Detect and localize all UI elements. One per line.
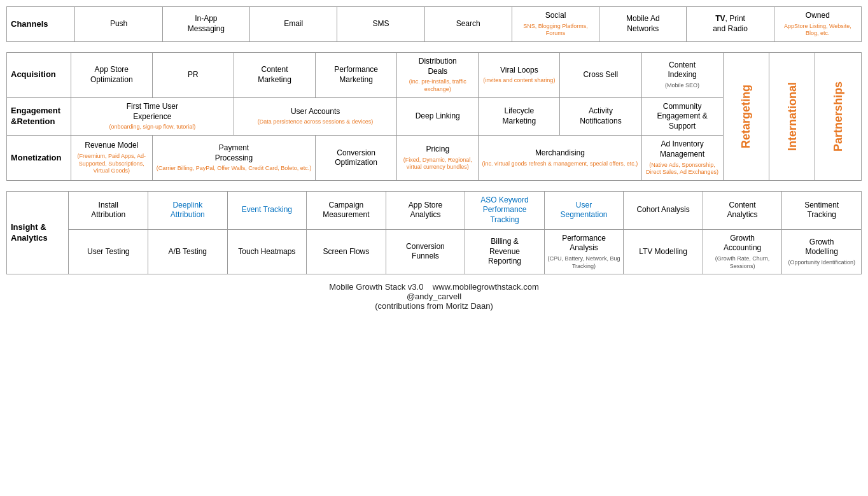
ins-install: InstallAttribution xyxy=(69,191,148,229)
ins-touchheat: Touch Heatmaps xyxy=(227,229,307,274)
mon-adinventory: Ad InventoryManagement(Native Ads, Spons… xyxy=(641,136,723,181)
eng-accounts: User Accounts(Data persistence across se… xyxy=(234,97,396,136)
ins-growth-model: GrowthModelling(Opportunity Identificati… xyxy=(782,229,862,274)
eng-ftue: First Time UserExperience(onboarding, si… xyxy=(71,97,234,136)
acq-appstore: App StoreOptimization xyxy=(71,52,152,97)
footer-title: Mobile Growth Stack v3.0 xyxy=(329,282,423,292)
ins-aso: ASO KeywordPerformanceTracking xyxy=(465,191,545,229)
acq-distribution: DistributionDeals(inc. pre-installs, tra… xyxy=(397,52,479,97)
ins-appstore: App StoreAnalytics xyxy=(386,191,465,229)
mon-merchandising: Merchandising(inc. virtual goods refresh… xyxy=(479,136,641,181)
mon-revenue: Revenue Model(Freemium, Paid Apps, Ad-Su… xyxy=(71,136,152,181)
main-container: Channels Push In-AppMessaging Email SMS … xyxy=(6,6,862,313)
footer-contributions: (contributions from Moritz Daan) xyxy=(375,301,493,311)
footer-twitter: @andy_carvell xyxy=(407,292,461,301)
acq-content: ContentMarketing xyxy=(234,52,315,97)
channels-label: Channels xyxy=(7,7,75,42)
ins-deeplink: DeeplinkAttribution xyxy=(148,191,228,229)
insight-label: Insight &Analytics xyxy=(7,191,69,274)
ins-cohort: Cohort Analysis xyxy=(624,191,703,229)
acq-crosssell: Cross Sell xyxy=(560,52,641,97)
acquisition-label: Acquisition xyxy=(7,52,71,97)
ins-campaign: CampaignMeasurement xyxy=(307,191,386,229)
eng-community: CommunityEngagement &Support xyxy=(641,97,723,136)
footer: Mobile Growth Stack v3.0 www.mobilegrowt… xyxy=(6,274,862,313)
ins-abtesting: A/B Testing xyxy=(148,229,228,274)
ins-userseg: UserSegmentation xyxy=(544,191,624,229)
eng-lifecycle: LifecycleMarketing xyxy=(479,97,560,136)
vertical-retargeting: Retargeting xyxy=(723,52,769,180)
monetization-label: Monetization xyxy=(7,136,71,181)
insight-table: Insight &Analytics InstallAttribution De… xyxy=(6,191,862,274)
channel-inapp: In-AppMessaging xyxy=(162,7,249,42)
channel-push: Push xyxy=(75,7,162,42)
ins-ltv: LTV Modelling xyxy=(624,229,703,274)
ins-content: ContentAnalytics xyxy=(703,191,782,229)
channel-mobilead: Mobile AdNetworks xyxy=(599,7,687,42)
vertical-partnerships: Partnerships xyxy=(815,52,862,180)
middle-table: Acquisition App StoreOptimization PR Con… xyxy=(6,52,862,181)
channel-tv: TV, Printand Radio xyxy=(687,7,774,42)
ins-event: Event Tracking xyxy=(227,191,307,229)
ins-usertesting: User Testing xyxy=(69,229,148,274)
mon-conversion: ConversionOptimization xyxy=(316,136,397,181)
mon-payment: PaymentProcessing(Carrier Billing, PayPa… xyxy=(152,136,315,181)
engagement-label: Engagement&Retention xyxy=(7,97,71,136)
channel-sms: SMS xyxy=(337,7,424,42)
eng-activity: ActivityNotifications xyxy=(560,97,641,136)
channel-social: SocialSNS, Blogging Platforms, Forums xyxy=(512,7,599,42)
acq-pr: PR xyxy=(152,52,234,97)
acq-content-indexing: ContentIndexing(Mobile SEO) xyxy=(641,52,723,97)
channel-search: Search xyxy=(424,7,512,42)
channel-email: Email xyxy=(250,7,337,42)
acq-viral: Viral Loops(invites and content sharing) xyxy=(479,52,560,97)
ins-billing: Billing &RevenueReporting xyxy=(465,229,545,274)
acq-performance: PerformanceMarketing xyxy=(316,52,397,97)
ins-screenflows: Screen Flows xyxy=(307,229,386,274)
ins-convfunnels: ConversionFunnels xyxy=(386,229,465,274)
channels-table: Channels Push In-AppMessaging Email SMS … xyxy=(6,6,862,42)
ins-growth-acct: GrowthAccounting(Growth Rate, Churn, Ses… xyxy=(703,229,782,274)
mon-pricing: Pricing(Fixed, Dynamic, Regional, virtua… xyxy=(397,136,479,181)
ins-sentiment: SentimentTracking xyxy=(782,191,862,229)
ins-perf: PerformanceAnalysis(CPU, Battery, Networ… xyxy=(544,229,624,274)
divider1 xyxy=(6,42,862,52)
vertical-international: International xyxy=(769,52,815,180)
eng-deeplinking: Deep Linking xyxy=(397,97,479,136)
channel-owned: OwnedAppStore Listing, Website, Blog, et… xyxy=(774,7,861,42)
footer-website: www.mobilegrowthstack.com xyxy=(433,282,539,292)
divider2 xyxy=(6,181,862,191)
